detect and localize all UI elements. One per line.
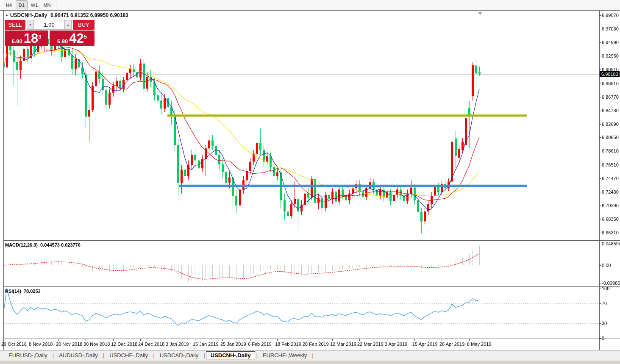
date-axis-label: 3 Jan 2019 [166,342,189,347]
date-axis-tick [86,339,86,341]
rsi-axis-label: 30 [602,321,607,326]
price-axis-label: 6.68350 [602,217,619,222]
volume-decrease-button[interactable]: ▼ [27,20,34,30]
macd-axis-tick [599,283,601,283]
rsi-axis-tick [599,289,601,289]
date-axis-label: 8 May 2019 [467,342,491,347]
rsi-axis-label: 100 [602,286,609,291]
date-axis-tick [31,339,31,341]
price-axis-tick [599,29,601,29]
date-axis-tick [332,339,333,341]
date-axis-tick [168,339,168,341]
tab-divider: | [312,352,313,358]
buy-button[interactable]: BUY [73,20,95,30]
macd-axis-tick [599,244,601,244]
date-axis-label: 28 Feb 2019 [303,342,329,347]
date-axis-label: 18 Feb 2019 [275,342,301,347]
one-click-trading-panel: SELL ▼ ▲ BUY 6.90 18 3 6.90 42 5 [5,20,95,46]
bottom-status-strip [0,361,620,364]
price-axis-label: 6.80650 [602,135,619,140]
chart-title: ▲USDCNH-,Daily6.90471 6.91352 6.89950 6.… [5,12,128,18]
tab-divider: | [153,352,154,358]
chart-tab-eurusd-daily[interactable]: EURUSD-,Daily [4,351,52,359]
date-axis-label: 29 Oct 2018 [1,342,27,347]
date-axis-tick [469,339,470,341]
buy-price-prefix: 6.90 [57,38,68,44]
date-axis-tick [113,339,114,341]
price-axis-label: 6.97030 [602,26,619,31]
price-axis-label: 6.88810 [602,81,619,86]
rsi-indicator-label: RSI(14)78.0253 [5,289,41,294]
sell-price-pips: 18 [24,33,38,44]
ohlc-values: 6.90471 6.91352 6.89950 6.90183 [50,12,128,18]
date-axis-label: 3 Apr 2019 [385,342,407,347]
chart-tab-audusd-daily[interactable]: AUDUSD-,Daily [55,351,102,359]
date-axis-label: 20 Nov 2018 [56,342,82,347]
price-axis-label: 6.76510 [602,162,619,167]
timeframe-button-w1[interactable]: W1 [28,0,40,9]
rsi-axis-tick [599,303,601,304]
date-axis-label: 26 Apr 2019 [439,342,464,347]
macd-axis-label: 0.048594 [602,241,620,246]
tab-divider: | [103,352,104,358]
price-axis-tick [599,206,601,206]
price-axis-label: 6.78610 [602,148,619,153]
buy-price-box[interactable]: 6.90 42 5 [50,31,95,46]
macd-axis-tick [599,265,601,266]
price-axis-tick [599,15,601,16]
macd-panel-canvas[interactable] [0,241,620,286]
timeframe-toolbar: H4D1W1MN [0,0,620,10]
timeframe-button-d1[interactable]: D1 [16,0,28,9]
date-axis-tick [277,339,278,341]
chart-symbol-period: USDCNH-,Daily [10,12,47,18]
price-axis-tick [599,151,601,151]
main-macd-splitter[interactable] [3,240,620,241]
date-axis-tick [222,339,223,341]
volume-input[interactable] [34,20,64,30]
rsi-panel-canvas[interactable] [0,287,620,339]
price-axis-label: 6.74470 [602,176,619,181]
date-axis-tick [414,339,415,341]
date-axis-tick [195,339,195,341]
price-axis-tick [599,233,601,233]
toolbar-separator [56,1,56,9]
chart-tab-usdchf-daily[interactable]: USDCHF-,Daily [105,351,152,359]
macd-rsi-splitter[interactable] [3,286,620,287]
timeframe-button-mn[interactable]: MN [41,0,53,9]
date-axis-tick [58,339,58,341]
price-axis-tick [599,219,601,220]
volume-increase-button[interactable]: ▲ [64,20,72,30]
rsi-axis-label: 0 [602,336,604,341]
rsi-name: RSI(14) [5,289,21,294]
sell-price-box[interactable]: 6.90 18 3 [5,31,48,46]
price-axis-tick [599,42,601,43]
current-price-value: 6.90183 [601,72,618,77]
chart-end-marker-icon[interactable] [478,12,483,15]
rsi-axis-tick [599,338,601,339]
date-axis-label: 6 Feb 2019 [248,342,272,347]
rsi-current-value: 78.0253 [24,289,41,294]
rsi-axis-label: 70 [602,301,607,306]
price-axis-tick [599,83,601,84]
date-axis-label: 22 Mar 2019 [357,342,384,347]
price-axis-tick [599,178,601,179]
macd-axis-label: -0.039856 [602,281,620,286]
date-axis-label: 12 Mar 2019 [330,342,356,347]
macd-indicator-label: MACD(12,26,9)0.044573 0.023776 [5,242,81,247]
date-axis-tick [387,339,387,341]
price-axis-label: 6.99070 [602,13,619,18]
date-axis-tick [359,339,360,341]
symbol-direction-icon: ▲ [5,13,8,17]
sell-button[interactable]: SELL [5,20,25,30]
chart-tab-eurchf-weekly[interactable]: EURCHF-,Weekly [259,351,311,359]
price-axis-tick [599,165,601,165]
chart-tab-usdcnh-daily[interactable]: USDCNH-,Daily [206,351,256,359]
trading-platform-window: H4D1W1MN ▲USDCNH-,Daily6.90471 6.91352 6… [0,0,620,364]
chart-frame-left [3,10,4,350]
timeframe-button-h4[interactable]: H4 [3,0,15,9]
price-axis-tick [599,192,601,192]
date-axis-tick [442,339,442,341]
date-axis-label: 30 Nov 2018 [83,342,110,347]
chart-tab-usdcad-daily[interactable]: USDCAD-,Daily [156,351,203,359]
volume-stepper: ▼ ▲ [27,20,72,30]
